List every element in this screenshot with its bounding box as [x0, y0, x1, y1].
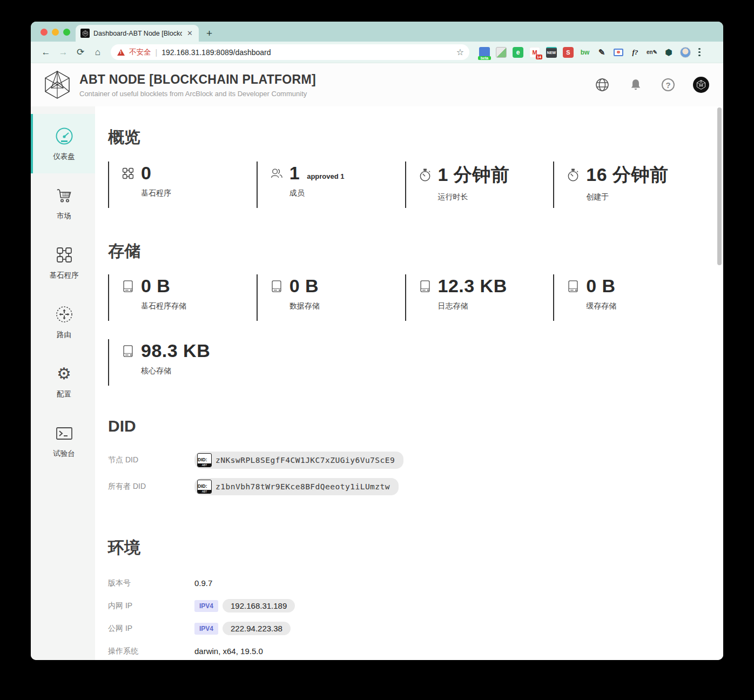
- sidebar-item-label: 试验台: [53, 449, 75, 459]
- extension-pen-icon[interactable]: ✎: [596, 47, 607, 58]
- extension-bw-icon[interactable]: bw: [580, 47, 590, 58]
- extension-font-icon[interactable]: f?: [630, 47, 641, 58]
- browser-menu-icon[interactable]: [695, 48, 704, 57]
- back-icon[interactable]: ←: [38, 45, 53, 60]
- uptime-card: 1 分钟前 运行时长: [405, 161, 554, 208]
- forward-icon[interactable]: →: [56, 45, 71, 60]
- stat-label: 核心存储: [141, 366, 251, 376]
- members-count-card: 1 approved 1 成员: [257, 161, 405, 208]
- minimize-window-button[interactable]: [52, 29, 59, 36]
- abt-node-logo: [44, 70, 71, 99]
- gmail-count-badge: 14: [536, 55, 542, 59]
- sidebar-item-playground[interactable]: 试验台: [31, 411, 95, 470]
- page-title: ABT NODE [BLOCKCHAIN PLATFORM]: [79, 72, 595, 87]
- app-header: ABT NODE [BLOCKCHAIN PLATFORM] Container…: [31, 63, 723, 106]
- extension-new-icon[interactable]: NEW: [546, 47, 557, 58]
- stat-subvalue: approved 1: [307, 172, 344, 180]
- stat-label: 日志存储: [438, 301, 548, 311]
- help-icon[interactable]: ?: [662, 78, 675, 91]
- lan-ip-label: 内网 IP: [108, 601, 194, 611]
- close-window-button[interactable]: [41, 29, 48, 36]
- stat-value: 16 分钟前: [586, 163, 668, 187]
- tab-favicon-icon: [80, 29, 90, 38]
- data-storage-card: 0 B 数据存储: [257, 274, 405, 321]
- sidebar-item-label: 配置: [57, 389, 71, 399]
- storage-drive-icon: [566, 279, 580, 293]
- new-tab-button[interactable]: +: [206, 28, 212, 38]
- extension-beta-icon[interactable]: beta: [479, 47, 490, 58]
- core-storage-card: 98.3 KB 核心存储: [108, 339, 257, 386]
- sidebar: 仪表盘 市场 基石程序 路由 ⚙: [31, 106, 95, 660]
- extension-s-icon[interactable]: S: [563, 47, 574, 58]
- stat-value: 0 B: [290, 275, 319, 297]
- stat-label: 缓存存储: [586, 301, 696, 311]
- owner-did-label: 所有者 DID: [108, 482, 194, 492]
- overview-cards: 0 基石程序 1 approved 1 成员: [108, 161, 702, 208]
- maximize-window-button[interactable]: [63, 29, 70, 36]
- main-content: 概览 0 基石程序 1: [95, 106, 723, 660]
- stat-label: 基石程序存储: [141, 301, 251, 311]
- storage-drive-icon: [270, 279, 284, 293]
- stat-label: 运行时长: [438, 192, 548, 202]
- scrollbar-thumb[interactable]: [717, 107, 722, 265]
- did-abt-logo-icon: DID: ABT: [197, 453, 212, 467]
- stopwatch-icon: [418, 168, 432, 182]
- browser-window: Dashboard-ABT Node [Blockch ✕ + ← → ⟳ ⌂ …: [31, 22, 723, 660]
- sidebar-item-dashboard[interactable]: 仪表盘: [31, 114, 95, 173]
- extension-map-icon[interactable]: [496, 47, 507, 58]
- wan-ip-label: 公网 IP: [108, 624, 194, 634]
- wan-ip-row: 公网 IP IPV4 222.94.223.38: [108, 622, 702, 635]
- sidebar-item-label: 基石程序: [50, 271, 79, 280]
- home-icon[interactable]: ⌂: [90, 45, 105, 60]
- sidebar-item-routing[interactable]: 路由: [31, 292, 95, 352]
- os-label: 操作系统: [108, 647, 194, 656]
- sidebar-item-market[interactable]: 市场: [31, 173, 95, 233]
- ipv4-badge: IPV4: [194, 623, 218, 635]
- extension-display-icon[interactable]: [613, 47, 624, 58]
- url-text[interactable]: 192.168.31.189:8089/dashboard: [161, 48, 452, 57]
- dashboard-gauge-icon: [54, 126, 75, 146]
- window-controls[interactable]: [41, 29, 70, 36]
- environment-heading: 环境: [108, 537, 702, 559]
- user-avatar[interactable]: [693, 77, 709, 93]
- notifications-bell-icon[interactable]: [628, 77, 643, 92]
- os-row: 操作系统 darwin, x64, 19.5.0: [108, 644, 702, 658]
- stat-label: 成员: [290, 189, 400, 198]
- extension-quill-icon[interactable]: en✎: [647, 47, 657, 58]
- browser-tab[interactable]: Dashboard-ABT Node [Blockch ✕: [76, 25, 199, 42]
- storage-drive-icon: [418, 279, 432, 293]
- stat-value: 0 B: [586, 275, 615, 297]
- sidebar-item-settings[interactable]: ⚙ 配置: [31, 352, 95, 411]
- wan-ip-value: 222.94.223.38: [223, 622, 291, 635]
- sidebar-item-label: 市场: [57, 211, 71, 221]
- extension-puzzle-icon[interactable]: ⬢: [663, 47, 674, 58]
- extension-gmail-icon[interactable]: M14: [529, 47, 540, 58]
- stat-value: 0 B: [141, 275, 170, 297]
- blocklets-count-card: 0 基石程序: [108, 161, 257, 208]
- tab-close-icon[interactable]: ✕: [186, 29, 194, 37]
- ipv4-badge: IPV4: [194, 600, 218, 612]
- security-warning-icon[interactable]: [117, 49, 125, 56]
- bookmark-star-icon[interactable]: ☆: [456, 47, 464, 57]
- extensions-bar: beta e M14 NEW S bw ✎ f? en✎ ⬢: [479, 47, 691, 58]
- node-did-label: 节点 DID: [108, 455, 194, 465]
- overview-heading: 概览: [108, 126, 702, 149]
- members-icon: [270, 166, 284, 180]
- routing-icon: [54, 304, 75, 325]
- security-warning-label[interactable]: 不安全: [129, 48, 151, 57]
- storage-cards-row1: 0 B 基石程序存储 0 B 数据存储: [108, 274, 702, 321]
- url-divider: |: [156, 48, 158, 57]
- version-value: 0.9.7: [194, 578, 212, 588]
- browser-toolbar: ← → ⟳ ⌂ 不安全 | 192.168.31.189:8089/dashbo…: [31, 42, 723, 63]
- language-globe-icon[interactable]: [595, 77, 610, 92]
- tab-title: Dashboard-ABT Node [Blockch: [93, 30, 182, 37]
- sidebar-item-label: 路由: [57, 330, 71, 340]
- reload-icon[interactable]: ⟳: [73, 45, 88, 60]
- sidebar-item-blocklets[interactable]: 基石程序: [31, 233, 95, 292]
- storage-heading: 存储: [108, 240, 702, 262]
- browser-profile-avatar[interactable]: [680, 47, 691, 58]
- blocklets-icon: [121, 166, 135, 180]
- url-bar[interactable]: 不安全 | 192.168.31.189:8089/dashboard ☆: [111, 44, 469, 60]
- stat-value: 1 分钟前: [438, 163, 510, 187]
- extension-evernote-icon[interactable]: e: [513, 47, 523, 58]
